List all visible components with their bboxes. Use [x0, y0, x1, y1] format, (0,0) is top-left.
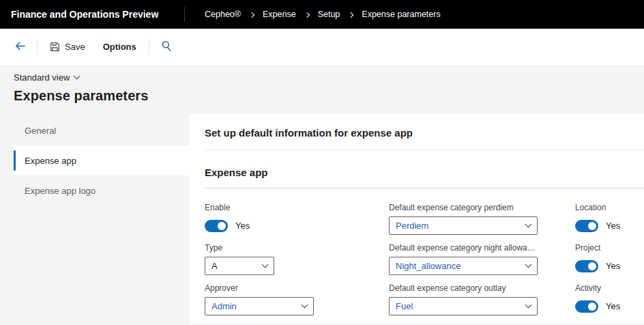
section-title: Expense app [205, 167, 644, 178]
chevron-down-icon [74, 73, 80, 80]
sidebar-item-label: Expense app logo [25, 186, 96, 196]
view-selector-label: Standard view [14, 72, 70, 83]
sidebar-item-label: General [25, 126, 56, 136]
chevron-down-icon [525, 262, 532, 268]
chevron-right-icon [304, 12, 309, 17]
toggle-state-text: Yes [235, 221, 250, 231]
chevron-right-icon [348, 12, 353, 17]
divider [205, 188, 644, 188]
field-approver: Approver Admin [205, 283, 389, 315]
search-button[interactable] [155, 36, 178, 59]
dropdown-value: Night_allowance [396, 261, 460, 271]
form-column-2: Default expense category perdiem Perdiem… [389, 203, 575, 315]
field-type: Type A [205, 243, 389, 275]
back-button[interactable] [8, 36, 31, 59]
night-allowance-dropdown[interactable]: Night_allowance [389, 257, 538, 275]
field-enable: Enable Yes [205, 203, 389, 235]
field-label: Default expense category perdiem [389, 203, 558, 212]
form-column-1: Enable Yes Type A Approver [205, 203, 389, 315]
chevron-down-icon [525, 221, 532, 228]
approver-dropdown[interactable]: Admin [205, 297, 314, 315]
breadcrumb-item-company[interactable]: Cepheo® [205, 10, 241, 19]
form-grid: Enable Yes Type A Approver [205, 203, 644, 315]
search-icon [161, 40, 172, 53]
dropdown-value: Admin [211, 301, 237, 311]
field-label: Default expense category outlay [389, 283, 558, 293]
content-area: General Expense app Expense app logo Set… [0, 114, 644, 324]
activity-toggle[interactable] [575, 300, 598, 313]
field-label: Project [575, 243, 644, 253]
sidebar-item-expense-app-logo[interactable]: Expense app logo [14, 175, 190, 206]
chevron-down-icon [302, 302, 308, 309]
toggle-state-text: Yes [606, 301, 620, 311]
field-default-expense-category-perdiem: Default expense category perdiem Perdiem [389, 203, 575, 235]
breadcrumb-item-setup[interactable]: Setup [318, 10, 340, 19]
enable-toggle[interactable] [205, 220, 228, 232]
field-label: Default expense category night allowa… [389, 243, 558, 253]
top-navigation-bar: Finance and Operations Preview Cepheo® E… [0, 0, 644, 29]
form-column-3: Location Yes Project Yes Activity [575, 203, 644, 315]
location-toggle[interactable] [575, 220, 598, 232]
chevron-down-icon [525, 302, 532, 309]
field-label: Activity [575, 283, 644, 293]
field-label: Type [205, 243, 374, 253]
field-project: Project Yes [575, 243, 644, 275]
field-label: Location [575, 203, 644, 212]
sidebar-item-general[interactable]: General [14, 115, 190, 145]
panel-heading: Set up default information for expense a… [205, 127, 644, 139]
field-location: Location Yes [575, 203, 644, 235]
page-title: Expense parameters [14, 88, 644, 104]
type-dropdown[interactable]: A [205, 257, 274, 275]
field-default-expense-category-outlay: Default expense category outlay Fuel [389, 283, 575, 315]
field-activity: Activity Yes [575, 283, 644, 315]
chevron-right-icon [249, 12, 254, 17]
tab-list: General Expense app Expense app logo [0, 114, 190, 324]
dropdown-value: A [211, 261, 218, 271]
dropdown-value: Perdiem [396, 221, 428, 231]
toggle-state-text: Yes [606, 261, 620, 271]
save-button[interactable]: Save [43, 37, 92, 57]
options-button[interactable]: Options [96, 37, 143, 57]
topbar-divider [184, 7, 185, 22]
app-title[interactable]: Finance and Operations Preview [0, 9, 184, 20]
toolbar-divider [37, 40, 38, 55]
project-toggle[interactable] [575, 260, 598, 272]
breadcrumb-item-module[interactable]: Expense [263, 10, 296, 19]
view-selector[interactable]: Standard view [14, 72, 79, 83]
toggle-state-text: Yes [606, 221, 620, 231]
field-label: Enable [205, 203, 374, 212]
chevron-down-icon [262, 262, 269, 268]
sidebar-item-label: Expense app [25, 156, 76, 166]
outlay-dropdown[interactable]: Fuel [389, 297, 538, 315]
field-label: Approver [205, 283, 374, 293]
breadcrumb: Cepheo® Expense Setup Expense parameters [205, 10, 441, 19]
main-panel: Set up default information for expense a… [190, 114, 644, 324]
options-label: Options [103, 42, 136, 52]
toolbar-divider [149, 40, 149, 55]
arrow-left-icon [14, 40, 27, 55]
breadcrumb-item-page[interactable]: Expense parameters [362, 10, 440, 19]
command-bar: Save Options [0, 29, 644, 65]
field-default-expense-category-night-allowance: Default expense category night allowa… N… [389, 243, 575, 275]
dropdown-value: Fuel [396, 301, 413, 311]
divider [205, 150, 644, 151]
save-label: Save [65, 42, 85, 52]
save-icon [50, 42, 60, 52]
perdiem-dropdown[interactable]: Perdiem [389, 216, 538, 235]
sidebar-item-expense-app[interactable]: Expense app [14, 145, 190, 175]
